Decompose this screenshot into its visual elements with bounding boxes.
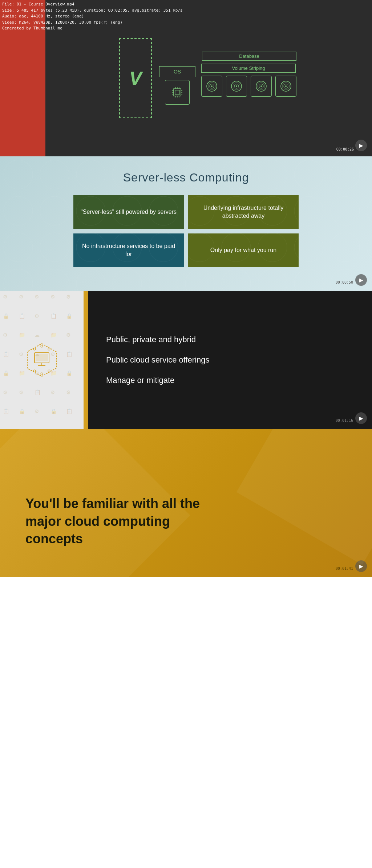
v-box: V: [119, 38, 152, 118]
section-3-cloud: ⚙⚙⚙⚙⚙ 🔒📋⚙📋🔒 ⚙📁☁📁⚙ 📋⚙☁⚙📋 🔒📁⚙📁🔒 ⚙⚙📋⚙⚙ 📋🔒⚙🔒…: [0, 291, 372, 429]
timestamp-2: 00:00:50: [336, 280, 353, 284]
os-box: OS: [159, 66, 195, 77]
disk-icon-1: [201, 76, 222, 97]
cloud-item-2: Public cloud service offerings: [106, 355, 354, 365]
file-info-line5: Generated by Thumbnail me: [2, 25, 183, 32]
svg-point-40: [48, 370, 50, 372]
disks-row: [201, 76, 296, 97]
section-1-video: File: 01 - Course Overview.mp4 Size: 5 4…: [0, 0, 372, 156]
disk-icon-3: [251, 76, 272, 97]
storage-diagram: V OS: [119, 38, 296, 118]
timestamp-4: 00:01:41: [336, 567, 353, 571]
svg-rect-32: [36, 354, 48, 361]
card-only-pay: Only pay for what you run: [188, 233, 299, 267]
play-button-1[interactable]: ▶: [355, 140, 367, 151]
svg-point-28: [285, 85, 287, 87]
db-box: Database: [202, 52, 296, 61]
vol-box: Volume Striping: [201, 64, 296, 73]
play-button-4[interactable]: ▶: [355, 560, 367, 572]
serverless-title: Server-less Computing: [123, 171, 249, 184]
svg-point-37: [48, 348, 50, 350]
svg-point-20: [236, 85, 237, 87]
svg-point-39: [41, 373, 43, 375]
gold-bar: [84, 291, 88, 429]
diagram-right: OS: [159, 52, 296, 105]
svg-point-35: [33, 348, 36, 350]
serverless-cards-grid: "Server-less" still powered by servers U…: [73, 195, 299, 267]
section-2-serverless: Server-less Computing "Server-less" stil…: [0, 156, 372, 291]
file-info-line1: File: 01 - Course Overview.mp4: [2, 1, 183, 8]
file-info-line3: Audio: aac, 44100 Hz, stereo (eng): [2, 13, 183, 20]
svg-point-16: [211, 85, 213, 87]
cloud-left-panel: ⚙⚙⚙⚙⚙ 🔒📋⚙📋🔒 ⚙📁☁📁⚙ 📋⚙☁⚙📋 🔒📁⚙📁🔒 ⚙⚙📋⚙⚙ 📋🔒⚙🔒…: [0, 291, 84, 429]
timestamp-1: 00:00:26: [336, 147, 354, 151]
cloud-right-panel: Public, private and hybrid Public cloud …: [88, 291, 372, 429]
card-infrastructure-abstracted: Underlying infrastructure totally abstra…: [188, 195, 299, 229]
cloud-item-3: Manage or mitigate: [106, 376, 354, 385]
gold-heading: You'll be familiar with all the major cl…: [25, 495, 207, 548]
file-info-line2: Size: 5 485 417 bytes (5.23 MiB), durati…: [2, 8, 183, 14]
svg-point-38: [33, 370, 36, 372]
section-4-gold: You'll be familiar with all the major cl…: [0, 429, 372, 577]
svg-rect-1: [175, 90, 179, 95]
disk-icon-4: [275, 76, 296, 97]
file-info: File: 01 - Course Overview.mp4 Size: 5 4…: [0, 0, 185, 33]
card-server-still: "Server-less" still powered by servers: [73, 195, 184, 229]
play-button-2[interactable]: ▶: [355, 274, 367, 286]
play-button-3[interactable]: ▶: [355, 412, 367, 424]
v-letter: V: [129, 67, 142, 89]
cloud-item-1: Public, private and hybrid: [106, 335, 354, 344]
timestamp-3: 00:01:16: [336, 419, 353, 423]
svg-point-36: [41, 345, 43, 347]
file-info-line4: Video: h264, yuv420p, 1280x720, 30.00 fp…: [2, 20, 183, 26]
disk-icon-2: [226, 76, 247, 97]
cpu-icon: [165, 80, 190, 105]
svg-rect-0: [174, 89, 181, 96]
card-no-infrastructure: No infrastructure services to be paid fo…: [73, 233, 184, 267]
svg-point-24: [260, 85, 262, 87]
